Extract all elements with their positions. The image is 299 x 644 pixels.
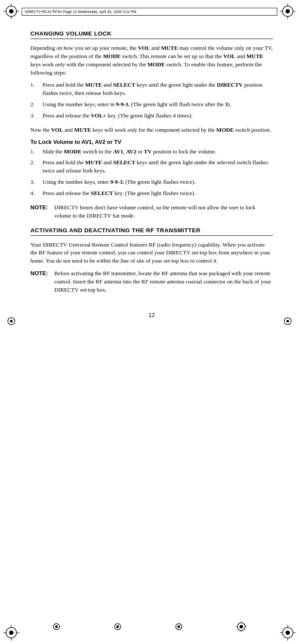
section-rf-transmitter: ACTIVATING AND DEACTIVATING THE RF TRANS…: [30, 227, 273, 294]
section-changing-volume-lock: CHANGING VOLUME LOCK Depending on how yo…: [30, 30, 273, 220]
mode-bold-slide: MODE: [64, 148, 81, 155]
svg-point-1: [9, 9, 13, 13]
mute-bold-1: MUTE: [161, 45, 178, 51]
section1-intro: Depending on how you set up your remote,…: [30, 44, 273, 77]
bottom-circle-3: [175, 623, 183, 631]
note-block-1: NOTE: DIRECTV boxes don't have volume co…: [30, 204, 273, 220]
tv-bold: TV: [144, 148, 152, 155]
av1-bold: AV1: [113, 148, 124, 155]
directv-bold: DIRECTV: [217, 81, 243, 88]
select-bold-4: SELECT: [91, 190, 113, 196]
list-number: 1.: [30, 81, 43, 98]
list-content: Slide the MODE switch to the AV1, AV2 or…: [43, 148, 273, 156]
bottom-circle-2: [114, 623, 122, 631]
svg-point-27: [286, 320, 289, 322]
av2-bold: AV2: [126, 148, 137, 155]
mute-bold-lock: MUTE: [85, 159, 102, 166]
side-decoration-left: [7, 317, 16, 327]
list-content: Using the number keys, enter 9-9-3. (The…: [43, 178, 273, 186]
vol-bold-2: VOL: [223, 53, 236, 59]
lock-steps-list: 1. Slide the MODE switch to the AV1, AV2…: [30, 148, 273, 198]
corner-decoration-tr: [280, 3, 296, 19]
sub-heading-lock-volume: To Lock Volume to AV1, AV2 or TV: [30, 139, 273, 145]
note-label-2: NOTE:: [30, 270, 54, 294]
corner-decoration-tl: [3, 3, 19, 19]
list-number: 4.: [30, 189, 43, 198]
list-content: Press and hold the MUTE and SELECT keys …: [43, 159, 273, 175]
bottom-starburst: [236, 621, 246, 632]
svg-point-31: [116, 625, 119, 628]
section2-body: Your DIRECTV Universal Remote Control fe…: [30, 241, 273, 266]
list-number: 3.: [30, 112, 43, 120]
note-content-2: Before activating the RF transmitter, lo…: [54, 270, 273, 294]
list-content: Press and release the SELECT key. (The g…: [43, 189, 273, 198]
vol-bold-1: VOL: [138, 45, 150, 51]
page-number: 12: [30, 312, 273, 318]
select-bold-lock: SELECT: [113, 159, 135, 166]
bottom-circle-1: [53, 623, 60, 631]
section1-divider: [30, 39, 273, 39]
section2-heading: ACTIVATING AND DEACTIVATING THE RF TRANS…: [30, 227, 273, 234]
mode-now: MODE: [216, 127, 233, 133]
note-label-1: NOTE:: [30, 204, 54, 220]
993-bold: 9-9-3.: [116, 101, 129, 107]
svg-point-25: [10, 320, 13, 322]
list-number: 1.: [30, 148, 43, 156]
side-decoration-right: [283, 317, 292, 327]
only-italic-2: only: [128, 127, 137, 133]
page-container: DIRECTV RC32 RF.fm Page 12 Wednesday, Ap…: [0, 0, 299, 644]
list-item: 1. Press and hold the MUTE and SELECT ke…: [30, 81, 273, 98]
993-bold-lock: 9-9-3.: [110, 179, 124, 185]
list-content: Using the number keys, enter in 9-9-3. (…: [43, 101, 273, 109]
mute-now: MUTE: [74, 127, 91, 133]
svg-point-35: [240, 625, 243, 628]
list-content: Press and hold the MUTE and SELECT keys …: [43, 81, 273, 98]
list-item: 3. Press and release the VOL+ key. (The …: [30, 112, 273, 120]
note-content-1: DIRECTV boxes don't have volume control,…: [54, 204, 273, 220]
svg-point-7: [286, 9, 290, 13]
mute-bold-2: MUTE: [246, 53, 263, 59]
bottom-decoration-row: [0, 621, 299, 632]
list-item: 4. Press and release the SELECT key. (Th…: [30, 189, 273, 198]
header-text: DIRECTV RC32 RF.fm Page 12 Wednesday, Ap…: [25, 10, 136, 14]
three-bold: 3: [225, 101, 228, 107]
list-number: 3.: [30, 178, 43, 186]
now-text: Now the VOL and MUTE keys will work only…: [30, 126, 273, 134]
mute-bold: MUTE: [85, 81, 102, 88]
select-bold: SELECT: [113, 81, 135, 88]
mode-bold-2: MODE: [148, 61, 165, 68]
svg-point-33: [177, 625, 180, 628]
list-item: 3. Using the number keys, enter 9-9-3. (…: [30, 178, 273, 186]
mode-bold-1: MODE: [103, 53, 121, 59]
section2-divider: [30, 235, 273, 236]
steps-list: 1. Press and hold the MUTE and SELECT ke…: [30, 81, 273, 120]
list-number: 2.: [30, 159, 43, 175]
only-italic-1: only: [55, 61, 65, 68]
volplus-bold: VOL+: [91, 112, 106, 119]
svg-point-29: [55, 625, 58, 628]
vol-now: VOL: [51, 127, 63, 133]
header-bar: DIRECTV RC32 RF.fm Page 12 Wednesday, Ap…: [22, 8, 277, 16]
list-content: Press and release the VOL+ key. (The gre…: [43, 112, 273, 120]
list-item: 1. Slide the MODE switch to the AV1, AV2…: [30, 148, 273, 156]
main-content: CHANGING VOLUME LOCK Depending on how yo…: [30, 30, 273, 318]
note-block-2: NOTE: Before activating the RF transmitt…: [30, 270, 273, 294]
list-number: 2.: [30, 101, 43, 109]
section1-heading: CHANGING VOLUME LOCK: [30, 30, 273, 37]
list-item: 2. Press and hold the MUTE and SELECT ke…: [30, 159, 273, 175]
list-item: 2. Using the number keys, enter in 9-9-3…: [30, 101, 273, 109]
